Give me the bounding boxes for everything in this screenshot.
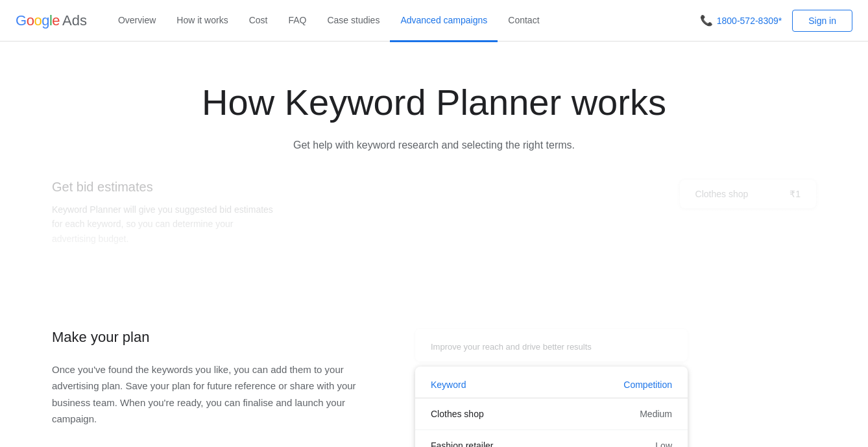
nav-item-faq[interactable]: FAQ (278, 1, 317, 42)
hero-subtitle: Get help with keyword research and selec… (272, 137, 596, 154)
main-content: How Keyword Planner works Get help with … (0, 42, 868, 447)
logo-ads-text: Ads (62, 12, 87, 29)
faded-card-value: ₹1 (790, 189, 801, 199)
make-plan-body: Once you've found the keywords you like,… (52, 361, 376, 428)
logo[interactable]: Google Ads (16, 12, 87, 29)
table-row: Clothes shop Medium (415, 398, 688, 430)
table-row: Fashion retailer Low (415, 430, 688, 447)
faded-bid-body: Keyword Planner will give you suggested … (52, 202, 279, 246)
left-column: Make your plan Once you've found the key… (52, 329, 376, 428)
phone-icon: 📞 (700, 14, 713, 27)
faded-bid-heading: Get bid estimates (52, 180, 279, 195)
competition-cell-1: Medium (640, 409, 672, 419)
site-header: Google Ads Overview How it works Cost FA… (0, 0, 868, 42)
keyword-table-header: Keyword Competition (415, 367, 688, 398)
make-plan-section: Make your plan Once you've found the key… (0, 303, 868, 447)
main-nav: Overview How it works Cost FAQ Case stud… (108, 0, 700, 42)
nav-item-overview[interactable]: Overview (108, 1, 166, 42)
logo-text: Google (16, 12, 60, 29)
keyword-cell-1: Clothes shop (431, 409, 484, 419)
faded-card-item: Clothes shop (695, 189, 749, 199)
nav-item-case-studies[interactable]: Case studies (317, 1, 390, 42)
keyword-cell-2: Fashion retailer (431, 441, 494, 447)
nav-item-cost[interactable]: Cost (239, 1, 278, 42)
nav-item-how-it-works[interactable]: How it works (166, 1, 238, 42)
competition-col-header: Competition (623, 380, 672, 390)
nav-item-contact[interactable]: Contact (498, 1, 549, 42)
keyword-table-card: Keyword Competition Clothes shop Medium … (415, 367, 688, 447)
make-plan-heading: Make your plan (52, 329, 376, 346)
keyword-col-header: Keyword (431, 380, 466, 390)
competition-cell-2: Low (655, 441, 672, 447)
header-right: 📞 1800-572-8309* Sign in (700, 10, 852, 32)
nav-item-advanced-campaigns[interactable]: Advanced campaigns (390, 1, 498, 42)
faded-bid-section: Get bid estimates Keyword Planner will g… (0, 173, 868, 277)
hero-title: How Keyword Planner works (13, 80, 855, 124)
signin-button[interactable]: Sign in (792, 10, 852, 32)
faded-card: Clothes shop ₹1 (680, 180, 816, 208)
phone-link[interactable]: 📞 1800-572-8309* (700, 14, 782, 27)
right-column: Improve your reach and drive better resu… (415, 329, 688, 447)
hero-section: How Keyword Planner works Get help with … (0, 67, 868, 173)
phone-number: 1800-572-8309* (717, 16, 782, 26)
faded-top-card: Improve your reach and drive better resu… (415, 329, 688, 361)
